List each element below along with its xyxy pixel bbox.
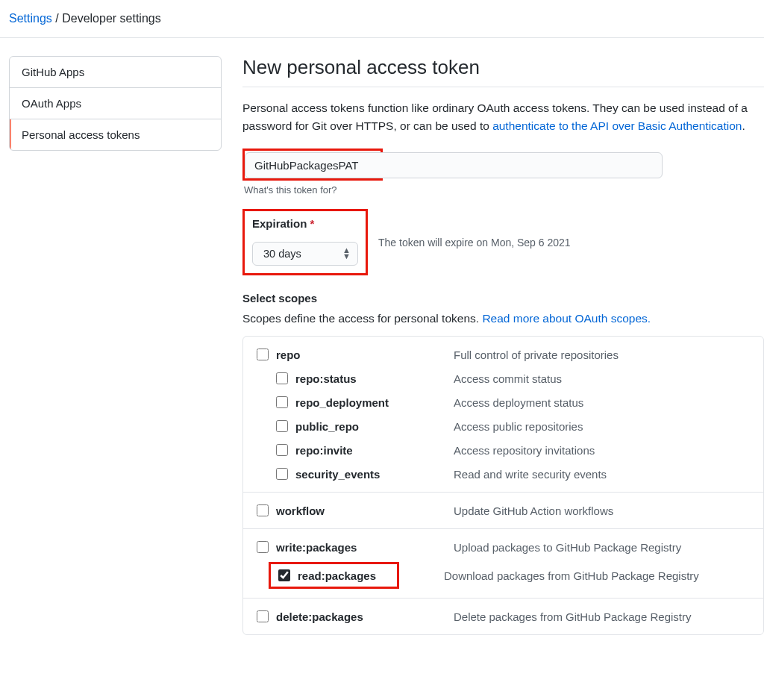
breadcrumb-settings[interactable]: Settings xyxy=(9,12,52,25)
scope-security-events-desc: Read and write security events xyxy=(454,468,607,481)
main-content: New personal access token Personal acces… xyxy=(222,56,764,635)
expiration-highlight: Expiration * 30 days ▲▼ xyxy=(242,209,368,275)
scope-table: repo Full control of private repositorie… xyxy=(242,336,764,635)
scope-repo-deployment-desc: Access deployment status xyxy=(454,396,583,409)
scope-read-packages-name: read:packages xyxy=(298,569,376,582)
scope-repo-deployment-name: repo_deployment xyxy=(295,396,454,409)
scope-repo-invite-desc: Access repository invitations xyxy=(454,444,595,457)
expiration-label: Expiration * xyxy=(252,217,360,234)
scope-repo-deployment-checkbox[interactable] xyxy=(276,396,288,408)
scopes-intro: Scopes define the access for personal to… xyxy=(242,312,764,325)
scope-workflow-desc: Update GitHub Action workflows xyxy=(454,504,613,517)
note-input[interactable] xyxy=(245,152,663,178)
select-scopes-header: Select scopes xyxy=(242,292,764,304)
scope-repo-status-checkbox[interactable] xyxy=(276,372,288,384)
breadcrumb-sep: / xyxy=(55,12,58,25)
scope-repo-desc: Full control of private repositories xyxy=(454,349,619,361)
scope-write-packages-checkbox[interactable] xyxy=(257,541,269,553)
breadcrumb-developer: Developer settings xyxy=(62,12,161,25)
scope-public-repo-checkbox[interactable] xyxy=(276,420,288,432)
scope-repo-invite-name: repo:invite xyxy=(295,444,454,457)
scope-repo-name: repo xyxy=(276,349,454,361)
expiration-select[interactable]: 30 days xyxy=(252,242,358,266)
scope-delete-packages-name: delete:packages xyxy=(276,610,454,623)
scope-public-repo-name: public_repo xyxy=(295,420,454,433)
scope-repo-status-desc: Access commit status xyxy=(454,372,562,385)
sidebar-item-oauth-apps[interactable]: OAuth Apps xyxy=(10,88,221,119)
scope-security-events-name: security_events xyxy=(295,468,454,481)
note-help: What's this token for? xyxy=(244,184,764,196)
breadcrumb: Settings / Developer settings xyxy=(0,0,764,38)
sidebar-item-github-apps[interactable]: GitHub Apps xyxy=(10,57,221,88)
scope-read-packages-desc: Download packages from GitHub Package Re… xyxy=(444,569,699,582)
auth-api-link[interactable]: authenticate to the API over Basic Authe… xyxy=(492,119,742,132)
scope-delete-packages-checkbox[interactable] xyxy=(257,610,269,622)
expiration-hint: The token will expire on Mon, Sep 6 2021 xyxy=(378,237,571,249)
sidebar-item-personal-access-tokens[interactable]: Personal access tokens xyxy=(10,119,221,150)
scope-workflow-name: workflow xyxy=(276,504,454,517)
scope-read-packages-checkbox[interactable] xyxy=(278,569,290,581)
intro-text: Personal access tokens function like ord… xyxy=(242,99,764,135)
oauth-scopes-link[interactable]: Read more about OAuth scopes. xyxy=(482,312,651,325)
page-title: New personal access token xyxy=(242,56,764,87)
scope-write-packages-desc: Upload packages to GitHub Package Regist… xyxy=(454,541,681,554)
read-packages-highlight: read:packages xyxy=(269,562,399,589)
scope-repo-status-name: repo:status xyxy=(295,372,454,385)
scope-write-packages-name: write:packages xyxy=(276,541,454,554)
scope-public-repo-desc: Access public repositories xyxy=(454,420,583,433)
sidebar: GitHub Apps OAuth Apps Personal access t… xyxy=(9,56,222,635)
scope-workflow-checkbox[interactable] xyxy=(257,504,269,516)
scope-delete-packages-desc: Delete packages from GitHub Package Regi… xyxy=(454,610,691,623)
scope-repo-checkbox[interactable] xyxy=(257,349,269,360)
scope-repo-invite-checkbox[interactable] xyxy=(276,444,288,456)
scope-security-events-checkbox[interactable] xyxy=(276,468,288,480)
